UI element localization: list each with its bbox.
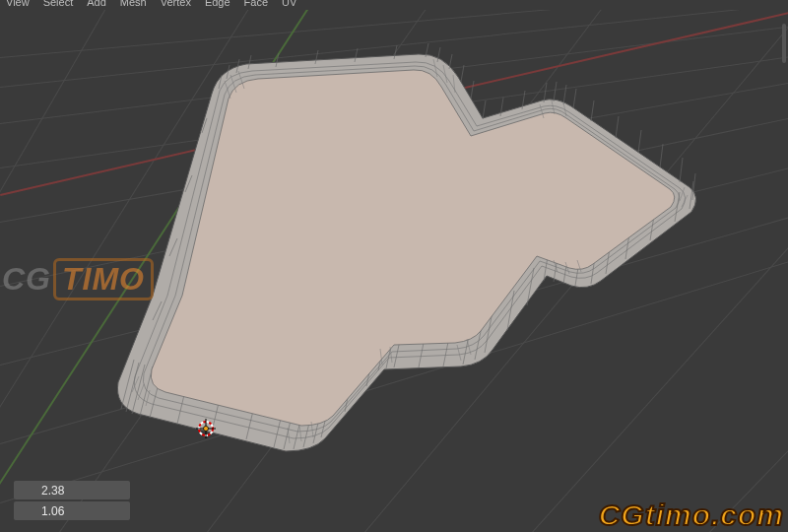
svg-line-59 [483, 100, 486, 119]
menu-face[interactable]: Face [244, 0, 268, 8]
svg-line-44 [650, 210, 655, 240]
svg-line-69 [248, 55, 251, 69]
svg-line-61 [461, 65, 464, 82]
svg-line-20 [284, 400, 296, 449]
svg-point-102 [199, 422, 213, 435]
menu-edge[interactable]: Edge [205, 0, 230, 8]
svg-line-79 [238, 71, 244, 89]
menu-mesh[interactable]: Mesh [120, 0, 147, 8]
svg-line-58 [500, 98, 503, 116]
svg-line-85 [563, 102, 566, 116]
svg-line-55 [554, 82, 557, 101]
svg-line-78 [230, 75, 236, 93]
svg-line-25 [345, 365, 355, 412]
svg-line-73 [202, 118, 207, 133]
svg-line-83 [540, 104, 544, 118]
svg-line-60 [471, 81, 474, 99]
svg-line-88 [577, 260, 581, 272]
svg-line-39 [563, 247, 569, 284]
watermark-url: CGtimo.com [599, 499, 784, 532]
svg-line-24 [321, 388, 333, 437]
svg-line-100 [132, 376, 139, 392]
svg-line-18 [246, 390, 258, 439]
svg-line-43 [625, 228, 630, 259]
svg-line-84 [552, 100, 555, 114]
svg-line-91 [467, 339, 471, 355]
svg-line-34 [485, 311, 492, 353]
viewport-3d[interactable]: CG TIMO 2.38 1.06 CGtimo.com [0, 10, 788, 532]
svg-line-92 [457, 345, 461, 361]
svg-line-17 [212, 382, 224, 432]
svg-line-96 [299, 426, 301, 441]
svg-line-53 [573, 89, 576, 108]
svg-line-31 [443, 322, 452, 366]
svg-line-49 [660, 144, 663, 167]
svg-line-13 [132, 365, 145, 414]
svg-line-76 [153, 301, 162, 320]
header-menu: View Select Add Mesh Vertex Edge Face UV [0, 0, 788, 10]
svg-line-30 [419, 323, 427, 367]
status-value-1[interactable]: 2.38 [14, 481, 130, 499]
svg-line-26 [366, 340, 376, 386]
menu-add[interactable]: Add [87, 0, 106, 8]
svg-line-93 [390, 347, 392, 363]
svg-line-97 [288, 428, 290, 443]
axis-y-line [0, 10, 606, 532]
svg-line-90 [554, 260, 558, 272]
svg-line-36 [527, 268, 534, 305]
menu-vertex[interactable]: Vertex [161, 0, 191, 8]
svg-point-101 [199, 422, 213, 435]
svg-point-105 [204, 427, 209, 432]
svg-line-72 [219, 75, 222, 89]
svg-line-37 [544, 244, 550, 281]
svg-line-16 [177, 374, 189, 424]
svg-line-46 [690, 181, 693, 209]
svg-line-47 [692, 173, 695, 200]
svg-line-51 [616, 116, 619, 138]
status-value-2[interactable]: 1.06 [14, 501, 130, 520]
svg-line-64 [426, 43, 428, 57]
svg-line-94 [380, 349, 382, 365]
svg-line-63 [437, 47, 440, 62]
svg-line-71 [227, 65, 230, 79]
svg-line-48 [680, 158, 683, 182]
menu-uv[interactable]: UV [282, 0, 296, 8]
svg-line-38 [554, 245, 559, 282]
svg-line-87 [682, 195, 688, 207]
svg-line-11 [121, 360, 134, 409]
svg-line-99 [138, 384, 144, 400]
menu-select[interactable]: Select [43, 0, 74, 8]
svg-line-80 [433, 59, 437, 77]
sidebar-scrollbar[interactable] [782, 24, 786, 63]
mesh-object[interactable] [0, 20, 788, 532]
svg-line-23 [313, 394, 325, 443]
svg-line-89 [565, 262, 569, 274]
svg-line-95 [311, 422, 313, 437]
svg-line-33 [475, 317, 484, 360]
menu-view[interactable]: View [6, 0, 30, 8]
